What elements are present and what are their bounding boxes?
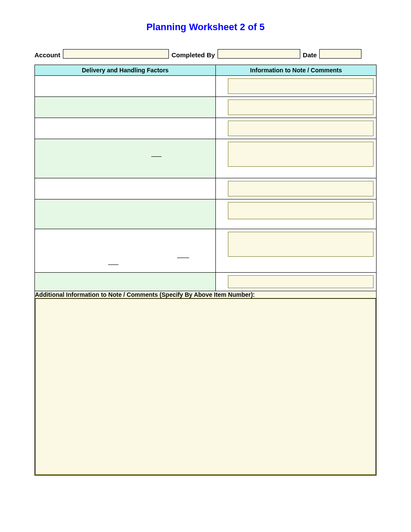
- date-label: Date: [303, 51, 317, 59]
- comment-cell: [216, 199, 377, 229]
- comment-input[interactable]: [228, 232, 374, 257]
- account-label: Account: [34, 51, 60, 59]
- comment-cell: [216, 76, 377, 97]
- factor-cell: [35, 229, 216, 273]
- completed-by-label: Completed By: [171, 51, 215, 59]
- blank-line: [177, 258, 189, 258]
- comment-input[interactable]: [228, 100, 374, 115]
- completed-by-input[interactable]: [218, 49, 300, 59]
- comment-cell: [216, 273, 377, 291]
- comment-input[interactable]: [228, 202, 374, 219]
- comment-input[interactable]: [228, 121, 374, 136]
- factor-cell: [35, 273, 216, 291]
- factor-cell: [35, 199, 216, 229]
- comment-cell: [216, 97, 377, 118]
- comment-cell: [216, 139, 377, 178]
- factor-cell: [35, 76, 216, 97]
- worksheet-page: Planning Worksheet 2 of 5 Account Comple…: [0, 0, 411, 501]
- comment-cell: [216, 229, 377, 273]
- additional-info-input[interactable]: [35, 299, 376, 475]
- blank-line: [108, 264, 118, 265]
- comment-input[interactable]: [228, 181, 374, 196]
- column-header-factors: Delivery and Handling Factors: [35, 65, 216, 76]
- header-fields: Account Completed By Date: [34, 49, 377, 59]
- comment-cell: [216, 118, 377, 139]
- column-header-comments: Information to Note / Comments: [216, 65, 377, 76]
- factors-table: Delivery and Handling Factors Informatio…: [34, 65, 377, 476]
- factor-cell: [35, 118, 216, 139]
- date-input[interactable]: [319, 49, 361, 59]
- blank-line: [151, 156, 162, 157]
- comment-input[interactable]: [228, 142, 374, 167]
- account-input[interactable]: [63, 49, 169, 59]
- factor-cell: [35, 139, 216, 178]
- factor-cell: [35, 97, 216, 118]
- page-title: Planning Worksheet 2 of 5: [34, 22, 377, 33]
- comment-input[interactable]: [228, 78, 374, 94]
- additional-info-label: Additional Information to Note / Comment…: [35, 291, 377, 299]
- comment-input[interactable]: [228, 275, 374, 288]
- comment-cell: [216, 178, 377, 199]
- factor-cell: [35, 178, 216, 199]
- additional-info-cell: [35, 299, 377, 476]
